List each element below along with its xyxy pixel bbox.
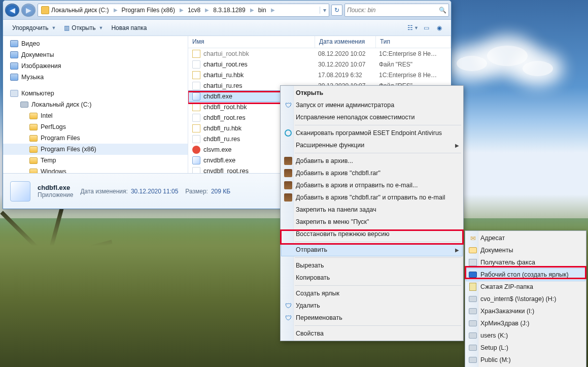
computer-icon	[10, 90, 18, 97]
col-date[interactable]: Дата изменения	[315, 36, 376, 48]
fax-icon	[468, 258, 477, 267]
search-icon: 🔍	[439, 7, 446, 14]
refresh-button[interactable]: ↻	[331, 5, 342, 16]
rar-icon	[284, 181, 293, 190]
tree-item[interactable]: Изображения	[21, 62, 61, 70]
sendto-item[interactable]: Сжатая ZIP-папка	[466, 281, 585, 293]
breadcrumb-root[interactable]: Локальный диск (C:)	[51, 7, 109, 14]
ctx-cut[interactable]: Вырезать	[282, 259, 462, 272]
col-type[interactable]: Тип	[376, 36, 451, 48]
ctx-eset-advanced[interactable]: Расширенные функции▶	[282, 139, 462, 151]
tree-item[interactable]: Документы	[21, 51, 54, 58]
sendto-item[interactable]: Рабочий стол (создать ярлык)	[466, 269, 585, 281]
folder-icon	[29, 124, 38, 130]
organize-button[interactable]: Упорядочить▼	[8, 23, 60, 33]
sendto-item[interactable]: ✉Адресат	[466, 232, 585, 244]
tree-item[interactable]: Program Files	[41, 135, 80, 142]
col-name[interactable]: Имя	[188, 36, 315, 48]
context-menu[interactable]: Открыть 🛡Запуск от имени администратора …	[280, 85, 464, 341]
sendto-item[interactable]: ХрМинЗдрав (J:)	[466, 317, 585, 329]
new-folder-button[interactable]: Новая папка	[107, 23, 151, 33]
ctx-runas[interactable]: 🛡Запуск от имени администратора	[282, 99, 462, 111]
sendto-label: Рабочий стол (создать ярлык)	[480, 271, 569, 278]
breadcrumb-seg[interactable]: 8.3.18.1289	[210, 4, 249, 16]
sendto-label: cvo_intern$ (\\storage) (H:)	[480, 295, 556, 303]
shield-icon: 🛡	[284, 301, 293, 310]
search-input[interactable]	[347, 7, 437, 14]
drive-icon	[468, 331, 477, 340]
file-row[interactable]: chartui_root.hbk08.12.2020 10:021C:Enter…	[188, 48, 451, 59]
folder-icon	[29, 113, 38, 119]
sendto-item[interactable]: Документы	[466, 244, 585, 256]
tree-item[interactable]: Локальный диск (C:)	[31, 101, 91, 108]
ctx-sendto[interactable]: Отправить▶	[282, 244, 462, 256]
ctx-eset-scan[interactable]: Сканировать программой ESET Endpoint Ant…	[282, 127, 462, 139]
preview-pane-button[interactable]: ▭	[420, 22, 433, 34]
file-icon	[192, 60, 200, 69]
breadcrumb-seg[interactable]: 1cv8	[185, 4, 204, 16]
details-kind: Приложение	[38, 191, 73, 198]
sendto-item[interactable]: ХранЗаказчики (I:)	[466, 305, 585, 317]
sendto-item[interactable]: cvo_intern$ (\\storage) (H:)	[466, 293, 585, 305]
shield-icon: 🛡	[284, 313, 293, 322]
tree-item[interactable]: Компьютер	[21, 90, 54, 97]
file-icon	[192, 114, 200, 122]
file-icon	[192, 82, 200, 90]
ctx-restore-previous[interactable]: Восстановить прежнюю версию	[282, 228, 462, 240]
breadcrumb-seg[interactable]: bin	[255, 4, 270, 16]
tree-item[interactable]: Intel	[41, 112, 53, 119]
ctx-pin-start[interactable]: Закрепить в меню "Пуск"	[282, 216, 462, 228]
ctx-pin-taskbar[interactable]: Закрепить на панели задач	[282, 204, 462, 216]
details-mod-value: 30.12.2020 11:05	[131, 188, 178, 195]
sendto-label: Получатель факса	[480, 259, 535, 266]
tree-item[interactable]: Windows	[41, 168, 66, 173]
ctx-delete[interactable]: 🛡Удалить	[282, 299, 462, 312]
help-button[interactable]: ◉	[433, 22, 446, 34]
disk-icon	[20, 102, 28, 108]
library-icon	[10, 51, 18, 58]
tree-item[interactable]: PerfLogs	[41, 123, 66, 130]
tree-item[interactable]: Temp	[41, 157, 56, 164]
sendto-item[interactable]: users (K:)	[466, 329, 585, 342]
open-button[interactable]: ▥Открыть▼	[60, 23, 107, 33]
sendto-label: Адресат	[480, 235, 505, 242]
tree-item[interactable]: Program Files (x86)	[41, 146, 96, 153]
breadcrumb-seg[interactable]: Program Files (x86)	[119, 4, 179, 16]
ctx-create-shortcut[interactable]: Создать ярлык	[282, 287, 462, 299]
sendto-label: ХрМинЗдрав (J:)	[480, 320, 530, 327]
tree-item[interactable]: Видео	[21, 40, 40, 47]
sendto-item[interactable]: Setup (L:)	[466, 342, 585, 354]
details-filename: chdbfl.exe	[38, 184, 70, 191]
columns-header[interactable]: Имя Дата изменения Тип	[188, 36, 451, 48]
ctx-add-archive-named[interactable]: Добавить в архив "chdbfl.rar"	[282, 167, 462, 179]
library-icon	[10, 62, 18, 70]
breadcrumb-dropdown[interactable]: ▾	[320, 7, 329, 14]
search-box[interactable]: 🔍	[344, 4, 449, 17]
tree-item[interactable]: Музыка	[21, 74, 44, 81]
sendto-item[interactable]: Получатель факса	[466, 256, 585, 269]
mail-icon: ✉	[468, 233, 477, 243]
details-size-label: Размер:	[185, 188, 208, 195]
nav-forward-button[interactable]: ▶	[21, 4, 36, 17]
sendto-submenu[interactable]: ✉АдресатДокументыПолучатель факсаРабочий…	[465, 230, 586, 367]
file-row[interactable]: chartui_ru.hbk17.08.2019 6:321C:Enterpri…	[188, 70, 451, 80]
breadcrumb[interactable]: Локальный диск (C:)▶ Program Files (x86)…	[38, 4, 329, 17]
file-icon	[192, 135, 200, 143]
details-mod-label: Дата изменения:	[80, 188, 128, 195]
sendto-item[interactable]: Public (M:)	[466, 354, 585, 366]
ctx-rename[interactable]: 🛡Переименовать	[282, 312, 462, 324]
ctx-copy[interactable]: Копировать	[282, 272, 462, 284]
ctx-open[interactable]: Открыть	[282, 87, 462, 99]
ctx-archive-email[interactable]: Добавить в архив и отправить по e-mail..…	[282, 179, 462, 191]
nav-back-button[interactable]: ◀	[5, 4, 19, 17]
ctx-archive-named-email[interactable]: Добавить в архив "chdbfl.rar" и отправит…	[282, 191, 462, 204]
ctx-compat[interactable]: Исправление неполадок совместимости	[282, 111, 462, 123]
nav-tree[interactable]: ВидеоДокументыИзображенияМузыкаКомпьютер…	[3, 36, 188, 173]
folder-icon	[29, 146, 38, 153]
drive-icon	[468, 319, 477, 328]
ctx-properties[interactable]: Свойства	[282, 327, 462, 340]
file-row[interactable]: chartui_root.res30.12.2020 10:07Файл "RE…	[188, 59, 451, 70]
file-type: 1C:Enterprise 8 He…	[379, 50, 451, 57]
ctx-add-archive[interactable]: Добавить в архив...	[282, 155, 462, 167]
view-mode-button[interactable]: ☷▼	[406, 22, 420, 34]
